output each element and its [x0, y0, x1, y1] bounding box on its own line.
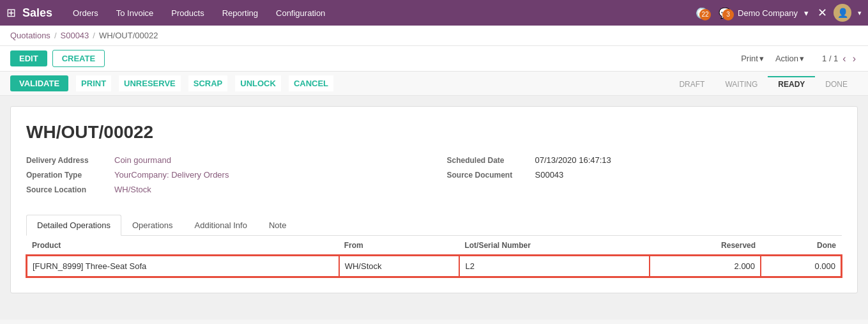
edit-button[interactable]: EDIT [10, 50, 47, 66]
table-row[interactable]: [FURN_8999] Three-Seat Sofa WH/Stock L2 … [27, 256, 841, 277]
pager-next[interactable]: › [851, 53, 858, 65]
scrap-button[interactable]: SCRAP [188, 75, 228, 91]
operation-type-label: Operation Type [26, 171, 109, 180]
avatar-dropdown-icon[interactable]: ▾ [858, 9, 862, 17]
print-button[interactable]: PRINT [76, 75, 111, 91]
cell-done: 0.000 [761, 256, 841, 277]
operation-type-field: Operation Type YourCompany: Delivery Ord… [26, 170, 422, 180]
scheduled-date-value: 07/13/2020 16:47:13 [535, 155, 611, 165]
top-navigation: ⊞ Sales Orders To Invoice Products Repor… [0, 0, 868, 26]
company-selector[interactable]: Demo Company [738, 8, 798, 18]
form-card: WH/OUT/00022 Delivery Address Coin gourm… [10, 106, 858, 293]
col-done: Done [761, 236, 841, 256]
breadcrumb-current: WH/OUT/00022 [99, 31, 158, 40]
status-waiting[interactable]: WAITING [715, 76, 768, 91]
status-ready[interactable]: READY [768, 76, 815, 91]
app-name[interactable]: Sales [22, 6, 52, 20]
breadcrumb-sep-2: / [93, 31, 95, 40]
print-label: Print [741, 54, 758, 63]
source-location-label: Source Location [26, 185, 109, 194]
col-lot-serial: Lot/Serial Number [459, 236, 649, 256]
nav-menu-reporting[interactable]: Reporting [215, 3, 266, 23]
cell-reserved: 2.000 [650, 256, 761, 277]
scheduled-date-field: Scheduled Date 07/13/2020 16:47:13 [447, 155, 842, 165]
source-document-label: Source Document [447, 171, 530, 180]
cell-lot-serial: L2 [459, 256, 649, 277]
col-product: Product [27, 236, 339, 256]
operation-type-value[interactable]: YourCompany: Delivery Orders [114, 170, 229, 180]
source-location-field: Source Location WH/Stock [26, 185, 422, 194]
validate-button[interactable]: VALIDATE [10, 75, 68, 91]
nav-right: 🕐 22 💬 3 Demo Company ▾ ✕ 👤 ▾ [696, 4, 862, 22]
company-dropdown-icon[interactable]: ▾ [804, 8, 809, 18]
source-document-value: S00043 [535, 170, 564, 180]
messages-count: 3 [722, 9, 734, 20]
action-label: Action [775, 54, 798, 63]
delivery-address-field: Delivery Address Coin gourmand [26, 155, 422, 165]
breadcrumb-s00043[interactable]: S00043 [61, 31, 89, 40]
status-done[interactable]: DONE [815, 76, 858, 91]
create-button[interactable]: CREATE [52, 50, 105, 67]
unreserve-button[interactable]: UNRESERVE [119, 75, 181, 91]
cell-product: [FURN_8999] Three-Seat Sofa [27, 256, 339, 277]
nav-menu-products[interactable]: Products [164, 3, 211, 23]
notifications-count: 22 [699, 9, 711, 20]
tab-note[interactable]: Note [258, 215, 297, 236]
cell-from: WH/Stock [339, 256, 460, 277]
table-header-row: Product From Lot/Serial Number Reserved … [27, 236, 841, 256]
nav-menu-configuration[interactable]: Configuration [268, 3, 333, 23]
nav-menu-orders[interactable]: Orders [65, 3, 106, 23]
status-bar: DRAFT WAITING READY DONE [669, 76, 858, 91]
breadcrumb-sep-1: / [54, 31, 57, 40]
tab-additional-info[interactable]: Additional Info [184, 215, 258, 236]
nav-menu: Orders To Invoice Products Reporting Con… [65, 3, 696, 23]
pager-prev[interactable]: ‹ [841, 53, 848, 65]
main-content: WH/OUT/00022 Delivery Address Coin gourm… [0, 96, 868, 320]
cancel-button[interactable]: CANCEL [289, 75, 333, 91]
app-grid-icon[interactable]: ⊞ [6, 6, 16, 20]
close-icon[interactable]: ✕ [818, 6, 827, 20]
document-toolbar: VALIDATE PRINT UNRESERVE SCRAP UNLOCK CA… [0, 72, 868, 96]
pager: 1 / 1 ‹ › [822, 53, 858, 65]
print-dropdown-icon: ▾ [759, 54, 764, 63]
tabs: Detailed Operations Operations Additiona… [26, 215, 842, 236]
print-dropdown[interactable]: Print ▾ [741, 54, 764, 63]
scheduled-date-label: Scheduled Date [447, 156, 530, 165]
col-reserved: Reserved [650, 236, 761, 256]
document-title: WH/OUT/00022 [26, 122, 842, 143]
unlock-button[interactable]: UNLOCK [235, 75, 281, 91]
delivery-address-value[interactable]: Coin gourmand [114, 155, 171, 165]
nav-menu-to-invoice[interactable]: To Invoice [109, 3, 162, 23]
breadcrumb-quotations[interactable]: Quotations [10, 31, 50, 40]
tab-operations[interactable]: Operations [121, 215, 184, 236]
notifications-icon[interactable]: 🕐 22 [696, 6, 708, 20]
user-avatar[interactable]: 👤 [834, 4, 851, 22]
action-dropdown-icon: ▾ [800, 54, 804, 63]
col-from: From [339, 236, 460, 256]
action-dropdown[interactable]: Action ▾ [775, 54, 804, 63]
source-location-value[interactable]: WH/Stock [114, 185, 151, 194]
tab-detailed-operations[interactable]: Detailed Operations [26, 215, 121, 236]
breadcrumb: Quotations / S00043 / WH/OUT/00022 [0, 26, 868, 46]
pager-text: 1 / 1 [822, 54, 838, 63]
source-document-field: Source Document S00043 [447, 170, 842, 180]
operations-table: Product From Lot/Serial Number Reserved … [26, 236, 842, 277]
action-bar: EDIT CREATE Print ▾ Action ▾ 1 / 1 ‹ › [0, 46, 868, 72]
form-fields: Delivery Address Coin gourmand Operation… [26, 155, 842, 199]
status-draft[interactable]: DRAFT [669, 76, 715, 91]
messages-icon[interactable]: 💬 3 [719, 6, 731, 20]
delivery-address-label: Delivery Address [26, 156, 109, 165]
